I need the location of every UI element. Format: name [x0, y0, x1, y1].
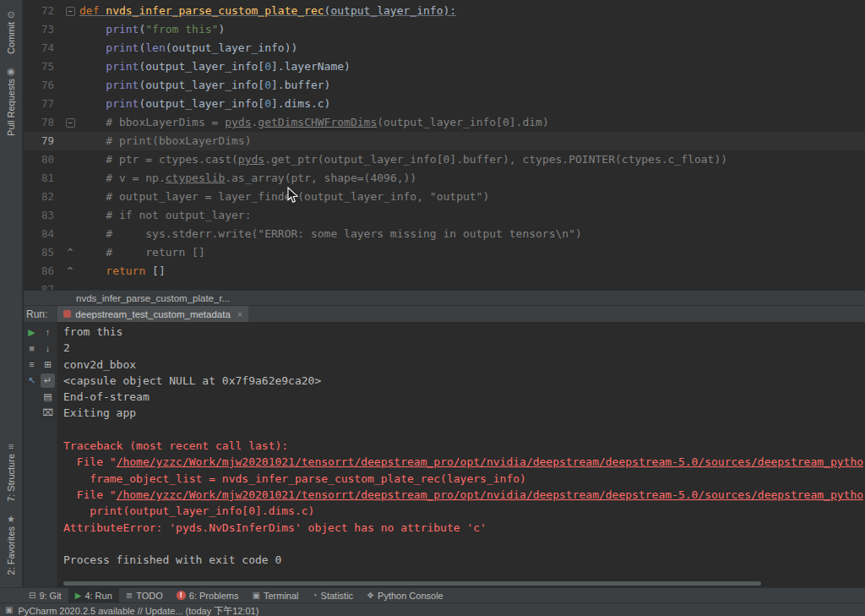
- down-stack-trace-icon[interactable]: ↓: [41, 341, 55, 356]
- gutter-space: [61, 76, 79, 95]
- line-number[interactable]: 80: [24, 150, 61, 169]
- token: [79, 264, 106, 277]
- console-line: frame_object_list = nvds_infer_parse_cus…: [63, 471, 863, 487]
- toolwindow-button-label: Terminal: [264, 591, 299, 601]
- stripe-top: ⊙Commit◉Pull Requests: [6, 0, 16, 142]
- token: 0: [264, 79, 271, 91]
- token: ctypeslib: [166, 172, 225, 184]
- console-hscrollbar[interactable]: [63, 581, 761, 586]
- code-line-83: 83 # if not output_layer:: [24, 206, 865, 225]
- toolwindow-button-statistic[interactable]: ◔Statistic: [306, 588, 361, 602]
- token: ].buffer): [271, 79, 330, 91]
- toolwindow-button-label: 9: Git: [39, 591, 61, 601]
- line-number[interactable]: 84: [24, 225, 61, 243]
- python-console-icon: ❖: [367, 591, 374, 600]
- toolwindow-button-todo[interactable]: ≣TODO: [119, 588, 170, 602]
- token: "from this": [145, 23, 218, 35]
- token: print: [106, 97, 139, 110]
- token: # bboxLayerDims =: [106, 116, 225, 128]
- code-text: print(output_layer_info[0].buffer): [79, 76, 865, 95]
- console-line: conv2d_bbox: [63, 357, 863, 373]
- toolwindow-button-terminal[interactable]: ▣Terminal: [245, 588, 305, 602]
- token: # return []: [106, 246, 204, 259]
- gutter-arrow-icon[interactable]: ^: [61, 243, 79, 262]
- line-number[interactable]: 87: [24, 281, 61, 290]
- token: .as_array(ptr, shape=(4096,)): [225, 172, 416, 184]
- code-line-80: 80 # ptr = ctypes.cast(pyds.get_ptr(outp…: [24, 150, 865, 169]
- line-number[interactable]: 73: [24, 20, 61, 39]
- code-editor[interactable]: 72−def nvds_infer_parse_custom_plate_rec…: [24, 0, 865, 290]
- stripe-button-pull-requests[interactable]: ◉Pull Requests: [6, 66, 16, 136]
- stack-trace-link[interactable]: /home/yzzc/Work/mjw20201021/tensorrt/dee…: [117, 455, 863, 468]
- fold-icon[interactable]: −: [61, 113, 79, 132]
- line-number[interactable]: 82: [24, 188, 61, 206]
- console-line: from this: [63, 324, 863, 340]
- line-number[interactable]: 77: [24, 95, 61, 113]
- line-number[interactable]: 74: [24, 39, 61, 57]
- console-line: Process finished with exit code 0: [63, 552, 863, 568]
- fold-minus: −: [66, 7, 75, 16]
- breadcrumb[interactable]: nvds_infer_parse_custom_plate_r...: [24, 290, 865, 305]
- fold-icon[interactable]: −: [61, 2, 79, 20]
- stop-icon[interactable]: ■: [24, 341, 39, 356]
- stripe-icon: ◉: [7, 66, 15, 76]
- token: # v = np.: [106, 172, 165, 184]
- code-text: # sys.stderr.write("ERROR: some layers m…: [79, 225, 865, 243]
- update-notification[interactable]: PyCharm 2020.2.5 available // Update... …: [18, 603, 258, 616]
- rerun-icon[interactable]: ▶: [24, 325, 39, 340]
- line-number[interactable]: 76: [24, 76, 61, 95]
- gutter-space: [61, 281, 79, 290]
- token: len: [145, 41, 165, 54]
- restore-layout-icon[interactable]: ≡: [24, 357, 39, 372]
- line-number[interactable]: 78: [24, 113, 61, 132]
- stripe-icon: ≡: [8, 441, 14, 451]
- token: # ptr = ctypes.cast(: [106, 153, 238, 166]
- up-stack-trace-icon[interactable]: ↑: [41, 325, 55, 340]
- token: [79, 23, 106, 35]
- stripe-button-commit[interactable]: ⊙Commit: [6, 9, 16, 54]
- stripe-button-label: Commit: [6, 22, 16, 54]
- token: (output_layer_info)): [166, 41, 298, 54]
- toolwindow-button-label: Python Console: [378, 591, 443, 601]
- gutter-arrow-icon[interactable]: ^: [61, 262, 79, 281]
- token: 0: [264, 60, 271, 73]
- run-tab[interactable]: deepstream_test_custom_metadata ×: [57, 306, 248, 322]
- line-number[interactable]: 81: [24, 169, 61, 188]
- toolwindow-button-label: Statistic: [321, 591, 354, 601]
- run-tab-label: deepstream_test_custom_metadata: [75, 309, 230, 319]
- line-number[interactable]: 86: [24, 262, 61, 281]
- run-toolbar-a: ▶■≡↖: [24, 322, 40, 587]
- toolwindow-button-python-console[interactable]: ❖Python Console: [360, 588, 450, 602]
- code-line-74: 74 print(len(output_layer_info)): [24, 39, 865, 57]
- token: return: [106, 264, 145, 277]
- line-number[interactable]: 79: [24, 132, 61, 150]
- token: ].dims.c): [271, 97, 330, 110]
- print-icon[interactable]: ▤: [41, 390, 55, 404]
- breadcrumb-function[interactable]: nvds_infer_parse_custom_plate_r...: [76, 293, 230, 303]
- close-icon[interactable]: ×: [237, 309, 242, 319]
- jump-to-source-icon[interactable]: ↖: [24, 373, 39, 388]
- code-text: # return []: [79, 243, 865, 262]
- console-line: AttributeError: 'pyds.NvDsInferDims' obj…: [63, 520, 863, 536]
- console-settings-icon[interactable]: ⊞: [41, 357, 55, 372]
- stripe-button-2-favorites[interactable]: ★2: Favorites: [6, 514, 16, 575]
- token: []: [145, 264, 165, 277]
- line-number[interactable]: 85: [24, 243, 61, 262]
- toolwindow-button-4-run[interactable]: ▶4: Run: [68, 588, 119, 602]
- left-toolwindow-stripe: ⊙Commit◉Pull Requests ≡7: Structure★2: F…: [0, 0, 23, 587]
- fold-minus: −: [66, 118, 75, 128]
- clear-all-icon[interactable]: ⌧: [41, 406, 55, 420]
- line-number[interactable]: 72: [24, 2, 61, 20]
- stack-trace-link[interactable]: /home/yzzc/Work/mjw20201021/tensorrt/dee…: [117, 488, 863, 501]
- run-toolbars: ▶■≡↖ ↑↓⊞↵▤⌧: [24, 322, 57, 587]
- line-number[interactable]: 75: [24, 57, 61, 76]
- console-output[interactable]: from this2conv2d_bbox<capsule object NUL…: [63, 324, 863, 581]
- toolwindow-button-label: TODO: [136, 591, 163, 601]
- line-number[interactable]: 83: [24, 206, 61, 225]
- stripe-button-7-structure[interactable]: ≡7: Structure: [6, 441, 16, 502]
- soft-wrap-icon[interactable]: ↵: [41, 373, 55, 388]
- toolwindow-button-9-git[interactable]: ⊟9: Git: [22, 588, 68, 602]
- run-panel-header: Run: deepstream_test_custom_metadata ×: [24, 305, 865, 322]
- code-line-87: 87: [24, 281, 865, 290]
- toolwindow-button-6-problems[interactable]: !6: Problems: [170, 588, 246, 602]
